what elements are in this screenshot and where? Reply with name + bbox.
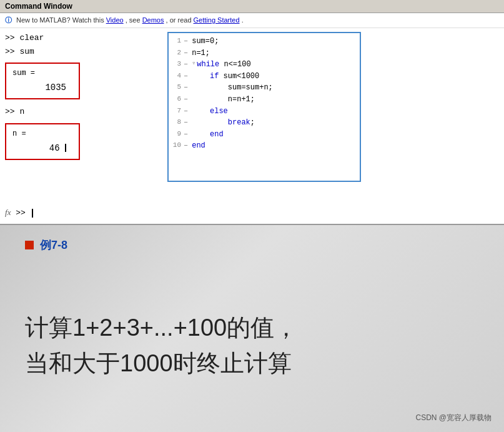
fx-arrows: >>	[16, 208, 26, 218]
n-result-box: n = 46	[5, 123, 80, 160]
slide-content: 计算1+2+3+...+100的值， 当和大于1000时终止计算	[25, 271, 479, 419]
prompt-clear: >> clear	[5, 32, 155, 44]
command-window: Command Window ⓘ New to MATLAB? Watch th…	[0, 0, 504, 225]
slide-footer: CSDN @宽容人厚载物	[415, 413, 492, 423]
sum-value: 1035	[12, 81, 72, 94]
slide-text-line2: 当和大于1000时终止计算	[25, 346, 479, 381]
info-text-suffix: .	[242, 16, 244, 24]
code-line-5: 5 – sum=sum+n;	[169, 82, 360, 94]
code-line-7: 7 – else	[169, 106, 360, 118]
n-var-label: n =	[12, 128, 72, 139]
code-line-6: 6 – n=n+1;	[169, 94, 360, 106]
code-line-8: 8 – break;	[169, 117, 360, 129]
info-link-demos[interactable]: Demos	[142, 16, 164, 24]
prompt-sum: >> sum	[5, 46, 155, 58]
code-line-10: 10 – end	[169, 140, 360, 152]
info-text-mid2: , or read	[166, 16, 194, 24]
fx-prompt[interactable]: fx >>	[5, 208, 33, 218]
info-link-video[interactable]: Video	[106, 16, 124, 24]
slide-tag-text: 例7-8	[40, 238, 67, 253]
prompt-n: >> >> n n	[5, 106, 155, 118]
info-bar: ⓘ New to MATLAB? Watch this Video , see …	[0, 13, 504, 28]
cursor-bar	[32, 209, 33, 218]
info-link-started[interactable]: Getting Started	[194, 16, 240, 24]
code-line-4: 4 – if sum<1000	[169, 71, 360, 83]
code-line-2: 2 – n=1;	[169, 48, 360, 59]
slide-text-line1: 计算1+2+3+...+100的值，	[25, 310, 479, 346]
code-line-3: 3 – ▿ while n<=100	[169, 59, 360, 71]
fx-icon: fx	[5, 208, 11, 217]
code-line-9: 9 – end	[169, 129, 360, 141]
info-icon: ⓘ	[5, 16, 12, 24]
title-bar: Command Window	[0, 0, 504, 13]
code-line-1: 1 – sum=0;	[169, 36, 360, 48]
title-bar-label: Command Window	[5, 2, 72, 11]
slide-panel: 例7-8 计算1+2+3+...+100的值， 当和大于1000时终止计算 CS…	[0, 225, 504, 432]
code-editor[interactable]: 1 – sum=0; 2 – n=1; 3 – ▿ while n<=100 4	[167, 32, 361, 182]
sum-result-box: sum = 1035	[5, 63, 80, 99]
info-text-mid1: , see	[126, 16, 142, 24]
command-body: >> clear >> sum sum = 1035 >> >> n n n =…	[0, 28, 504, 221]
info-text-prefix: New to MATLAB? Watch this	[16, 16, 106, 24]
cmd-left-panel: >> clear >> sum sum = 1035 >> >> n n n =…	[5, 32, 155, 217]
red-square-icon	[25, 241, 34, 249]
n-value: 46	[12, 142, 72, 155]
slide-tag: 例7-8	[25, 238, 479, 253]
sum-var-label: sum =	[12, 68, 72, 79]
